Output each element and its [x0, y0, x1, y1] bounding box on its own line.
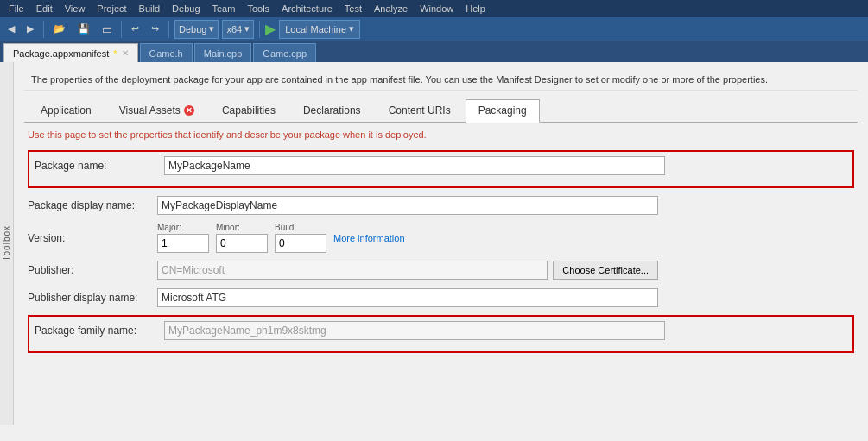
debug-config-dropdown[interactable]: Debug ▾ — [174, 20, 219, 39]
package-family-name-section: Package family name: — [28, 315, 854, 353]
package-name-label: Package name: — [35, 160, 164, 172]
version-row: Version: Major: Minor: Build: More infor — [28, 223, 854, 253]
version-minor-wrap: Minor: — [216, 223, 268, 253]
open-btn[interactable]: 📂 — [49, 20, 70, 39]
package-name-row: Package name: — [35, 155, 847, 176]
version-build-wrap: Build: — [275, 223, 326, 253]
toolbar: ◀ ▶ 📂 💾 🗃 ↩ ↪ Debug ▾ x64 ▾ ▶ Local Mach… — [0, 17, 868, 41]
menu-help[interactable]: Help — [460, 2, 491, 16]
menu-test[interactable]: Test — [339, 2, 367, 16]
form-area: Package name: Package display name: Vers… — [24, 150, 858, 353]
tab-capabilities[interactable]: Capabilities — [209, 99, 288, 122]
local-machine-dropdown[interactable]: Local Machine ▾ — [279, 20, 360, 39]
navigate-back-btn[interactable]: ◀ — [3, 20, 19, 39]
save-btn[interactable]: 💾 — [73, 20, 94, 39]
publisher-input — [157, 261, 548, 280]
content-tabs: Application Visual Assets ✕ Capabilities… — [24, 99, 858, 123]
save-all-btn[interactable]: 🗃 — [98, 20, 116, 39]
version-build-label: Build: — [275, 223, 326, 232]
platform-dropdown[interactable]: x64 ▾ — [222, 20, 254, 39]
package-name-input[interactable] — [164, 156, 665, 175]
tab-manifest-close[interactable]: ✕ — [122, 48, 129, 58]
publisher-display-name-input[interactable] — [157, 288, 658, 307]
tab-maincpp-label: Main.cpp — [204, 48, 243, 59]
run-button[interactable]: ▶ — [265, 21, 276, 37]
publisher-label: Publisher: — [28, 264, 157, 276]
toolbar-sep-2 — [121, 21, 122, 38]
navigate-forward-btn[interactable]: ▶ — [22, 20, 38, 39]
tab-gamecpp[interactable]: Game.cpp — [253, 43, 316, 62]
choose-certificate-button[interactable]: Choose Certificate... — [553, 261, 658, 280]
tab-visual-assets[interactable]: Visual Assets ✕ — [106, 99, 207, 122]
document-tabs: Package.appxmanifest * ✕ Game.h Main.cpp… — [0, 41, 868, 62]
version-major-label: Major: — [157, 223, 209, 232]
menu-view[interactable]: View — [60, 2, 91, 16]
toolbox-panel[interactable]: Toolbox — [0, 62, 14, 425]
menu-architecture[interactable]: Architecture — [276, 2, 338, 16]
redo-btn[interactable]: ↪ — [147, 20, 163, 39]
version-minor-label: Minor: — [216, 223, 268, 232]
menu-file[interactable]: File — [3, 2, 29, 16]
info-banner: The properties of the deployment package… — [24, 69, 858, 91]
tab-packaging[interactable]: Packaging — [466, 99, 540, 123]
menu-project[interactable]: Project — [92, 2, 131, 16]
tab-content-uris[interactable]: Content URIs — [376, 99, 464, 122]
version-build-input[interactable] — [275, 234, 326, 253]
layout-wrapper: Toolbox The properties of the deployment… — [0, 62, 868, 441]
package-display-name-label: Package display name: — [28, 199, 157, 211]
tab-manifest[interactable]: Package.appxmanifest * ✕ — [3, 43, 138, 62]
toolbox-label: Toolbox — [2, 225, 11, 261]
tab-manifest-label: Package.appxmanifest — [13, 48, 109, 59]
menu-window[interactable]: Window — [415, 2, 459, 16]
package-family-name-label: Package family name: — [35, 324, 164, 337]
menu-debug[interactable]: Debug — [167, 2, 205, 16]
menu-build[interactable]: Build — [134, 2, 165, 16]
undo-btn[interactable]: ↩ — [127, 20, 143, 39]
menu-edit[interactable]: Edit — [31, 2, 58, 16]
tab-application[interactable]: Application — [28, 99, 105, 122]
tab-declarations[interactable]: Declarations — [290, 99, 374, 122]
package-family-name-input — [164, 321, 665, 340]
package-name-section: Package name: — [28, 150, 854, 188]
tab-gamecpp-label: Game.cpp — [263, 48, 307, 59]
toolbar-sep-3 — [168, 21, 169, 38]
version-major-input[interactable] — [157, 234, 209, 253]
page-description: Use this page to set the properties that… — [24, 129, 858, 140]
publisher-row: Publisher: Choose Certificate... — [28, 260, 854, 280]
tab-modified-indicator: * — [113, 48, 117, 59]
tab-gameh-label: Game.h — [149, 48, 183, 59]
toolbar-sep-4 — [259, 21, 260, 38]
publisher-wrap: Choose Certificate... — [157, 261, 658, 280]
menu-bar: File Edit View Project Build Debug Team … — [0, 0, 868, 17]
version-major-wrap: Major: — [157, 223, 209, 253]
toolbar-sep-1 — [43, 21, 44, 38]
menu-tools[interactable]: Tools — [242, 2, 275, 16]
publisher-display-name-label: Publisher display name: — [28, 292, 157, 304]
more-information-link[interactable]: More information — [333, 233, 405, 243]
visual-assets-error-icon: ✕ — [184, 105, 194, 116]
version-group: Major: Minor: Build: More information — [157, 223, 405, 253]
main-content: The properties of the deployment package… — [14, 62, 868, 441]
tab-maincpp[interactable]: Main.cpp — [194, 43, 252, 62]
menu-analyze[interactable]: Analyze — [369, 2, 413, 16]
package-display-name-input[interactable] — [157, 196, 658, 215]
menu-team[interactable]: Team — [207, 2, 241, 16]
version-minor-input[interactable] — [216, 234, 268, 253]
package-display-name-row: Package display name: — [28, 195, 854, 216]
version-label: Version: — [28, 232, 157, 244]
package-family-name-row: Package family name: — [35, 320, 847, 341]
publisher-display-name-row: Publisher display name: — [28, 287, 854, 308]
tab-gameh[interactable]: Game.h — [140, 43, 193, 62]
